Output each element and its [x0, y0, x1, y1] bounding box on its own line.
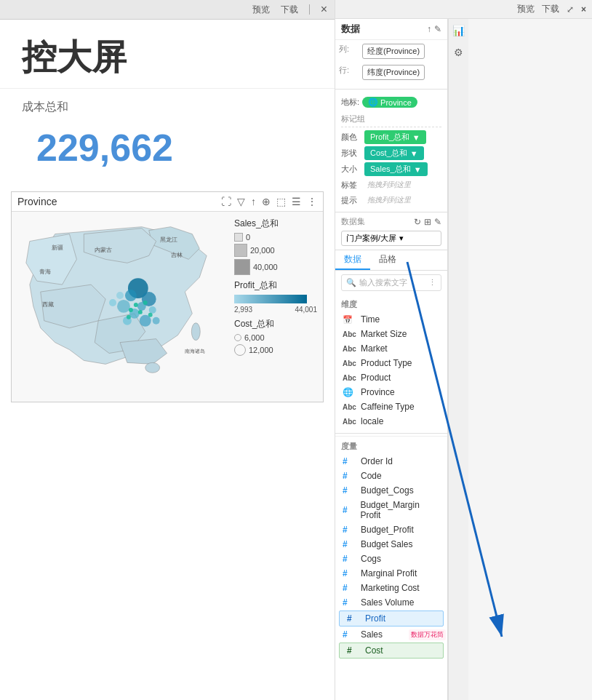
shape-pill[interactable]: Cost_总和 ▼	[364, 146, 424, 160]
measure-profit[interactable]: # Profit	[339, 610, 444, 627]
profit-min: 2,993	[234, 306, 252, 314]
abc-icon-2: Abc	[343, 345, 357, 353]
svg-point-19	[148, 313, 153, 317]
search-bar[interactable]: 🔍 输入搜索文字 ⋮	[341, 274, 441, 291]
measure-marginal-profit[interactable]: # Marginal Profit	[335, 566, 447, 581]
hash-icon-12: #	[343, 629, 357, 640]
search-placeholder: 输入搜索文字	[359, 277, 407, 288]
measure-sales[interactable]: # Sales 数据万花筒	[335, 627, 447, 642]
dim-market[interactable]: Abc Market	[335, 341, 447, 356]
svg-point-1	[191, 323, 200, 341]
select-icon[interactable]: ⬚	[276, 196, 286, 207]
sales-val-0: 0	[246, 233, 250, 242]
download-text[interactable]: 下载	[542, 3, 559, 15]
dim-product[interactable]: Abc Product	[335, 370, 447, 385]
svg-point-8	[149, 306, 156, 314]
more-icon[interactable]: ⋮	[307, 196, 317, 207]
refresh-icon[interactable]: ↻	[414, 217, 421, 227]
svg-text:黑龙江: 黑龙江	[160, 236, 177, 243]
province-mark-pill[interactable]: 🌐 Province	[362, 97, 417, 108]
measure-budget-margin-profit[interactable]: # Budget_Margin Profit	[335, 498, 447, 522]
calendar-icon: 📅	[343, 315, 357, 325]
close-btn[interactable]: ×	[581, 4, 586, 15]
list-icon[interactable]: ☰	[292, 196, 301, 207]
icon-side-panel: 📊 ⚙	[448, 19, 468, 700]
hash-icon-9: #	[343, 583, 357, 593]
edit-icon[interactable]: ✎	[434, 24, 441, 34]
dim-province[interactable]: 🌐 Province	[335, 385, 447, 399]
measure-budget-sales[interactable]: # Budget Sales	[335, 537, 447, 552]
mark-area: 地标: 🌐 Province 标记组 颜色 Profit_总和 ▼	[335, 92, 447, 212]
tab-data[interactable]: 数据	[335, 250, 370, 270]
more-search-icon[interactable]: ⋮	[428, 278, 436, 287]
resize-icon[interactable]: ⤢	[567, 4, 574, 15]
color-label: 颜色	[341, 132, 361, 143]
dropdown-icon2: ▼	[410, 149, 418, 158]
tab-format[interactable]: 品格	[370, 250, 405, 270]
svg-point-12	[153, 317, 160, 325]
sales-val-2: 40,000	[253, 263, 278, 271]
dim-product-type[interactable]: Abc Product Type	[335, 356, 447, 370]
hash-icon-8: #	[343, 568, 357, 578]
search-icon: 🔍	[346, 278, 356, 287]
profit-legend-title: Profit_总和	[234, 279, 317, 292]
globe-icon: 🌐	[368, 98, 378, 107]
preview-label[interactable]: 预览	[252, 4, 270, 16]
dim-market-size[interactable]: Abc Market Size	[335, 327, 447, 341]
measure-marketing-cost[interactable]: # Marketing Cost	[335, 581, 447, 595]
settings-icon[interactable]: ⊞	[424, 217, 431, 227]
globe-icon-2: 🌐	[343, 387, 357, 397]
size-pill[interactable]: Sales_总和 ▼	[364, 162, 428, 176]
shape-label: 形状	[341, 148, 361, 159]
label-drop[interactable]: 拖拽列到这里	[364, 178, 414, 191]
tooltip-drop[interactable]: 拖拽列到这里	[364, 194, 414, 207]
svg-text:青海: 青海	[39, 269, 51, 275]
measure-cost[interactable]: # Cost	[339, 643, 444, 659]
hash-icon-2: #	[343, 471, 357, 481]
svg-point-18	[127, 315, 131, 319]
filter-icon[interactable]: ▽	[237, 196, 245, 207]
export-icon[interactable]: ↑	[251, 196, 256, 207]
svg-text:吉林: 吉林	[171, 252, 183, 258]
left-panel: 预览 下载 × 控大屏 成本总和 229,662 Province ⛶ ▽ ↑ …	[0, 0, 335, 700]
measure-order-id[interactable]: # Order Id	[335, 454, 447, 469]
row-province-pill[interactable]: 纬度(Province)	[362, 65, 425, 80]
expand-icon[interactable]: ⛶	[221, 196, 231, 207]
dataset-selector[interactable]: 门户案例/大屏 ▾	[341, 231, 441, 246]
svg-text:内蒙古: 内蒙古	[95, 247, 112, 253]
dimensions-section: 维度 📅 Time Abc Market Size Abc Market Abc…	[335, 295, 447, 431]
dim-time[interactable]: 📅 Time	[335, 312, 447, 327]
measure-cogs[interactable]: # Cogs	[335, 552, 447, 566]
chart-icon[interactable]: 📊	[450, 23, 467, 39]
hash-icon-5: #	[343, 525, 357, 535]
measure-budget-profit[interactable]: # Budget_Profit	[335, 522, 447, 537]
hash-icon-10: #	[343, 597, 357, 608]
measures-section: 度量 # Order Id # Code # Budget_Cogs # Bud…	[335, 436, 447, 661]
marks-group-label[interactable]: 标记组	[341, 111, 441, 127]
color-pill[interactable]: Profit_总和 ▼	[364, 130, 426, 144]
right-panel: 预览 下载 ⤢ × 数据 ↑ ✎ 列: 经度(Province)	[335, 0, 592, 700]
map-svg-area: 新疆 青海 西藏 内蒙古 黑龙江 吉林 南海诸岛	[12, 212, 228, 386]
settings-side-icon[interactable]: ⚙	[452, 44, 465, 60]
dim-caffeine[interactable]: Abc Caffeine Type	[335, 399, 447, 414]
measure-budget-cogs[interactable]: # Budget_Cogs	[335, 483, 447, 498]
upload-icon[interactable]: ↑	[427, 24, 431, 34]
zoom-icon[interactable]: ⊕	[262, 196, 271, 207]
download-label[interactable]: 下载	[281, 4, 298, 16]
fields-panel: 数据 ↑ ✎ 列: 经度(Province) 行:	[335, 19, 448, 700]
watermark-badge: 数据万花筒	[409, 629, 446, 640]
measure-code[interactable]: # Code	[335, 469, 447, 483]
edit-ds-icon[interactable]: ✎	[434, 217, 441, 227]
svg-point-17	[143, 301, 148, 305]
hash-icon-7: #	[343, 554, 357, 564]
dim-locale[interactable]: Abc locale	[335, 414, 447, 429]
close-icon[interactable]: ×	[321, 3, 327, 16]
measure-sales-volume[interactable]: # Sales Volume	[335, 595, 447, 610]
preview-text[interactable]: 预览	[517, 3, 535, 15]
col-province-pill[interactable]: 经度(Province)	[362, 44, 425, 59]
dropdown-icon3: ▼	[414, 165, 422, 174]
dataset-value: 门户案例/大屏	[346, 233, 396, 244]
tab-bar: 数据 品格	[335, 250, 447, 271]
hash-icon-4: #	[343, 505, 356, 515]
abc-icon-1: Abc	[343, 330, 357, 338]
